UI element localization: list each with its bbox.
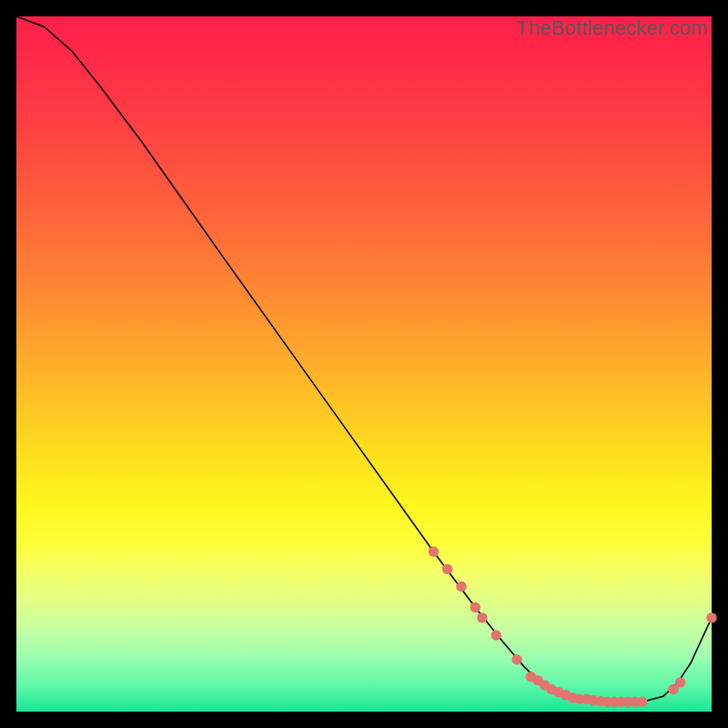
curve-marker [490, 630, 500, 640]
curve-marker [477, 612, 487, 622]
bottleneck-curve [16, 16, 712, 702]
curve-marker [637, 697, 647, 707]
curve-marker [706, 612, 716, 622]
curve-markers [429, 547, 717, 707]
curve-marker [511, 654, 521, 664]
chart-stage: TheBottlenecker.com [0, 0, 728, 728]
curve-marker [675, 677, 685, 687]
curve-marker [456, 581, 466, 592]
chart-svg [16, 16, 712, 712]
curve-marker [442, 564, 452, 574]
plot-area: TheBottlenecker.com [16, 16, 712, 712]
curve-marker [470, 602, 480, 612]
curve-marker [429, 547, 439, 557]
